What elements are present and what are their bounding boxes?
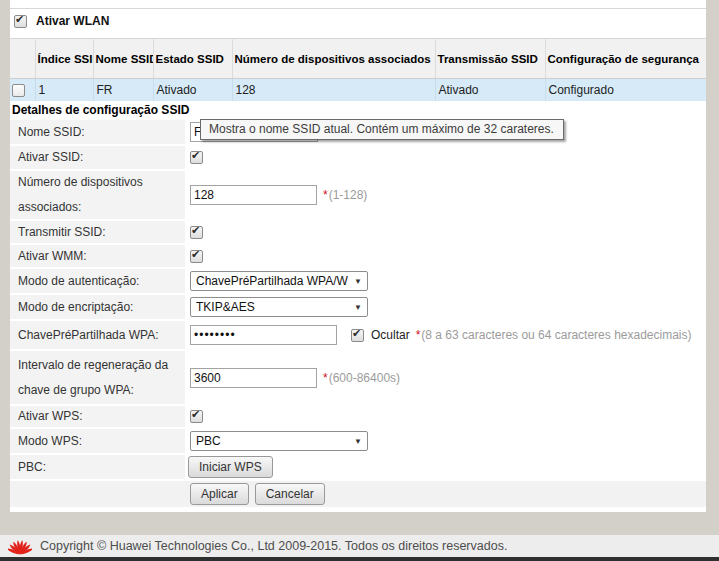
modo-wps-select[interactable]: PBC ▼ xyxy=(190,431,368,451)
nome-ssid-label: Nome SSID: xyxy=(10,120,185,146)
autenticacao-selected-value: ChavePréPartilhada WPA/W xyxy=(196,274,348,288)
header-estado-ssid: Estado SSID xyxy=(153,39,232,79)
enable-wlan-row: ✔ Ativar WLAN xyxy=(14,14,109,28)
checkmark-icon: ✔ xyxy=(191,149,200,162)
cell-nome: FR xyxy=(93,79,153,101)
header-config-seguranca: Configuração de segurança xyxy=(545,39,706,79)
header-indice-ssid: Índice SSID xyxy=(35,39,93,79)
chave-wpa-hint: (8 a 63 caracteres ou 64 caracteres hexa… xyxy=(421,328,691,342)
ssid-table: Índice SSID Nome SSID Estado SSID Número… xyxy=(10,38,706,101)
ativar-wps-checkbox[interactable]: ✔ xyxy=(190,410,203,423)
pbc-label: PBC: xyxy=(10,455,185,481)
header-transmissao-ssid: Transmissão SSID xyxy=(435,39,545,79)
content-panel: ✔ Ativar WLAN Índice SSID Nome SSID Esta… xyxy=(10,0,706,512)
cancel-button[interactable]: Cancelar xyxy=(255,483,325,505)
dispositivos-label: Número de dispositivos associados: xyxy=(10,171,185,221)
cell-estado: Ativado xyxy=(153,79,232,101)
enable-wlan-label: Ativar WLAN xyxy=(36,14,109,28)
intervalo-input[interactable] xyxy=(190,368,317,388)
encriptacao-selected-value: TKIP&AES xyxy=(196,300,255,314)
dispositivos-input[interactable] xyxy=(190,185,317,205)
form-row-dispositivos: Número de dispositivos associados: * (1-… xyxy=(10,171,706,221)
form-row-intervalo: Intervalo de regeneração da chave de gru… xyxy=(10,351,706,406)
ssid-name-tooltip: Mostra o nome SSID atual. Contém um máxi… xyxy=(200,119,564,140)
chevron-down-icon: ▼ xyxy=(354,437,362,446)
cell-seguranca: Configurado xyxy=(545,79,706,101)
ssid-table-header-row: Índice SSID Nome SSID Estado SSID Número… xyxy=(10,39,706,79)
form-row-ativar-wps: Ativar WPS: ✔ xyxy=(10,406,706,429)
ssid-table-row: 1 FR Ativado 128 Ativado Configurado xyxy=(10,79,706,101)
ocultar-checkbox[interactable]: ✔ xyxy=(351,329,364,342)
header-nome-ssid: Nome SSID xyxy=(93,39,153,79)
chevron-down-icon: ▼ xyxy=(354,303,362,312)
modo-wps-selected-value: PBC xyxy=(196,434,221,448)
form-row-modo-wps: Modo WPS: PBC ▼ xyxy=(10,429,706,455)
row-select-checkbox[interactable] xyxy=(12,84,25,97)
cell-indice: 1 xyxy=(35,79,93,101)
iniciar-wps-button[interactable]: Iniciar WPS xyxy=(188,456,273,478)
ativar-wmm-checkbox[interactable]: ✔ xyxy=(190,250,203,263)
transmitir-label: Transmitir SSID: xyxy=(10,221,185,245)
form-actions-row: Aplicar Cancelar xyxy=(10,481,706,507)
ssid-config-form: Nome SSID: Ativar SSID: ✔ Número de disp… xyxy=(10,120,706,507)
checkmark-icon: ✔ xyxy=(352,327,361,340)
ativar-ssid-checkbox[interactable]: ✔ xyxy=(190,151,203,164)
dispositivos-hint: (1-128) xyxy=(329,188,368,202)
intervalo-hint: (600-86400s) xyxy=(329,371,400,385)
chave-wpa-input[interactable] xyxy=(190,325,337,345)
form-row-chave-wpa: ChavePréPartilhada WPA: ✔ Ocultar * (8 a… xyxy=(10,321,706,351)
cell-dispositivos: 128 xyxy=(232,79,435,101)
wmm-label: Ativar WMM: xyxy=(10,245,185,269)
chave-wpa-label: ChavePréPartilhada WPA: xyxy=(10,321,185,351)
checkmark-icon: ✔ xyxy=(15,13,24,26)
bottom-bar xyxy=(0,557,719,561)
transmitir-ssid-checkbox[interactable]: ✔ xyxy=(190,226,203,239)
checkmark-icon: ✔ xyxy=(191,224,200,237)
form-row-ativar-ssid: Ativar SSID: ✔ xyxy=(10,146,706,171)
form-row-wmm: Ativar WMM: ✔ xyxy=(10,245,706,269)
encriptacao-select[interactable]: TKIP&AES ▼ xyxy=(190,297,368,317)
form-row-autenticacao: Modo de autenticação: ChavePréPartilhada… xyxy=(10,269,706,295)
modo-wps-label: Modo WPS: xyxy=(10,429,185,455)
autenticacao-label: Modo de autenticação: xyxy=(10,269,185,295)
header-num-dispositivos: Número de dispositivos associados xyxy=(232,39,435,79)
section-title: Detalhes de configuração SSID xyxy=(12,103,189,117)
form-row-pbc: PBC: Iniciar WPS xyxy=(10,455,706,481)
huawei-logo-icon xyxy=(8,536,32,556)
top-divider xyxy=(10,8,706,9)
copyright-text: Copyright © Huawei Technologies Co., Ltd… xyxy=(40,539,507,553)
checkmark-icon: ✔ xyxy=(191,408,200,421)
footer: Copyright © Huawei Technologies Co., Ltd… xyxy=(0,535,719,557)
autenticacao-select[interactable]: ChavePréPartilhada WPA/W ▼ xyxy=(190,271,368,291)
intervalo-label: Intervalo de regeneração da chave de gru… xyxy=(10,351,185,406)
encriptacao-label: Modo de encriptação: xyxy=(10,295,185,321)
checkmark-icon: ✔ xyxy=(191,248,200,261)
cell-transmissao: Ativado xyxy=(435,79,545,101)
enable-wlan-checkbox[interactable]: ✔ xyxy=(14,15,27,28)
ocultar-label: Ocultar xyxy=(371,328,410,342)
required-asterisk: * xyxy=(323,371,328,385)
chevron-down-icon: ▼ xyxy=(354,277,362,286)
header-select xyxy=(10,39,35,79)
form-row-encriptacao: Modo de encriptação: TKIP&AES ▼ xyxy=(10,295,706,321)
wlan-settings-page: ✔ Ativar WLAN Índice SSID Nome SSID Esta… xyxy=(0,0,719,561)
apply-button[interactable]: Aplicar xyxy=(190,483,249,505)
required-asterisk: * xyxy=(323,188,328,202)
required-asterisk: * xyxy=(416,328,421,342)
ativar-wps-label: Ativar WPS: xyxy=(10,406,185,429)
ativar-ssid-label: Ativar SSID: xyxy=(10,146,185,171)
form-row-transmitir: Transmitir SSID: ✔ xyxy=(10,221,706,245)
